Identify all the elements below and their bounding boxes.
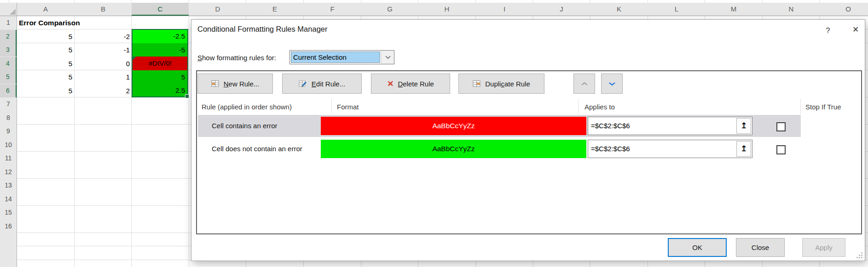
row-header-4[interactable]: 4: [0, 57, 17, 70]
col-header-a[interactable]: A: [17, 3, 74, 16]
col-header-f[interactable]: F: [304, 3, 361, 16]
row-header-14[interactable]: 14: [0, 193, 17, 206]
select-all-triangle-icon: [10, 9, 16, 15]
cell-c4[interactable]: #DIV/0!: [133, 57, 188, 70]
list-header-stop-if-true: Stop If True: [805, 100, 841, 114]
applies-to-field-1[interactable]: =$C$2:$C$6 ↥: [588, 117, 752, 135]
row-header-1[interactable]: 1: [0, 16, 17, 29]
cell-c2[interactable]: -2.5: [133, 29, 188, 43]
cell-c5[interactable]: 5: [133, 70, 188, 84]
apply-button[interactable]: Apply: [802, 238, 845, 257]
list-header-applies-to: Applies to: [584, 100, 615, 114]
format-preview-red: AaBbCcYyZz: [321, 117, 586, 135]
red-x-icon: ✕: [387, 80, 393, 88]
collapse-range-icon[interactable]: ↥: [736, 118, 751, 134]
dialog-title: Conditional Formatting Rules Manager: [197, 25, 327, 34]
table-pencil-icon: [299, 80, 307, 88]
col-header-e[interactable]: E: [246, 3, 303, 16]
chevron-up-icon: [580, 81, 589, 86]
delete-rule-label: Delete Rule: [398, 80, 434, 88]
col-header-c[interactable]: C: [132, 3, 189, 16]
cell-a2[interactable]: 5: [18, 30, 72, 43]
close-icon[interactable]: ✕: [848, 23, 863, 36]
cell-c4-value: #DIV/0!: [149, 59, 172, 67]
cell-a5[interactable]: 5: [18, 70, 72, 84]
list-header-format: Format: [337, 100, 359, 114]
cell-a1[interactable]: Error Comparison: [19, 16, 139, 29]
move-rule-down-button[interactable]: [601, 74, 623, 94]
cell-b5[interactable]: 1: [76, 70, 130, 84]
col-header-h[interactable]: H: [418, 3, 475, 16]
col-header-l[interactable]: L: [648, 3, 705, 16]
new-rule-label: New Rule...: [224, 80, 260, 88]
stop-if-true-checkbox-2[interactable]: [776, 145, 786, 154]
cell-a3[interactable]: 5: [18, 43, 72, 57]
list-header-rule: Rule (applied in order shown): [202, 100, 292, 114]
row-header-12[interactable]: 12: [0, 165, 17, 179]
column-divider: [578, 99, 579, 114]
col-header-m[interactable]: M: [705, 3, 762, 16]
dropdown-arrow-button[interactable]: [381, 51, 394, 64]
col-header-g[interactable]: G: [361, 3, 418, 16]
excel-window: A B C D E F G H I J K L M N O 1 2 3 4 5 …: [0, 0, 868, 267]
applies-to-value-2: =$C$2:$C$6: [591, 140, 630, 158]
row-header-11[interactable]: 11: [0, 152, 17, 165]
conditional-formatting-rules-manager-dialog: Conditional Formatting Rules Manager ? ✕…: [191, 19, 865, 261]
row-header-13[interactable]: 13: [0, 179, 17, 192]
chevron-down-icon: [385, 55, 391, 59]
row-header-9[interactable]: 9: [0, 125, 17, 138]
show-rules-dropdown[interactable]: Current Selection: [289, 50, 394, 64]
col-header-j[interactable]: J: [533, 3, 590, 16]
duplicate-rule-label: Duplicate Rule: [485, 80, 530, 88]
cell-a4[interactable]: 5: [18, 57, 72, 70]
delete-rule-button[interactable]: ✕ Delete Rule: [371, 74, 450, 94]
error-indicator-icon: [133, 57, 136, 60]
table-icon: [473, 80, 481, 87]
row-header-10[interactable]: 10: [0, 138, 17, 152]
cell-c3[interactable]: -5: [133, 43, 188, 57]
cell-a6[interactable]: 5: [18, 84, 72, 97]
cell-b6[interactable]: 2: [76, 84, 130, 97]
applies-to-field-2[interactable]: =$C$2:$C$6 ↥: [588, 140, 752, 158]
resize-grip-icon[interactable]: [856, 252, 862, 258]
column-divider: [331, 99, 332, 114]
chevron-down-icon: [608, 81, 616, 86]
new-rule-button[interactable]: New Rule...: [197, 74, 273, 94]
row-header-15[interactable]: 15: [0, 206, 17, 219]
rules-frame: New Rule... Edit Rule... ✕ Delete Rule D…: [196, 70, 862, 234]
format-preview-green: AaBbCcYyZz: [321, 140, 586, 158]
row-header-8[interactable]: 8: [0, 111, 17, 125]
row-header-6[interactable]: 6: [0, 84, 17, 97]
col-header-i[interactable]: I: [476, 3, 533, 16]
applies-to-value-1: =$C$2:$C$6: [591, 117, 630, 135]
row-header-2[interactable]: 2: [0, 30, 17, 43]
table-icon: [211, 80, 220, 87]
close-button[interactable]: Close: [736, 238, 785, 257]
col-header-o[interactable]: O: [820, 3, 868, 16]
col-header-d[interactable]: D: [189, 3, 246, 16]
select-all-corner[interactable]: [0, 3, 17, 16]
row-header-7[interactable]: 7: [0, 97, 17, 111]
help-icon[interactable]: ?: [821, 25, 835, 37]
row-header-16[interactable]: 16: [0, 220, 17, 233]
row-header-3[interactable]: 3: [0, 43, 17, 57]
cell-b4[interactable]: 0: [76, 57, 130, 70]
col-header-k[interactable]: K: [590, 3, 648, 16]
duplicate-rule-button[interactable]: Duplicate Rule: [458, 74, 544, 94]
show-rules-label: Show formatting rules for:: [197, 54, 276, 62]
rule-description: Cell does not contain an error: [212, 138, 302, 160]
ok-button[interactable]: OK: [668, 238, 727, 257]
rule-description: Cell contains an error: [212, 115, 278, 137]
show-rules-dropdown-value: Current Selection: [291, 51, 380, 63]
stop-if-true-checkbox-1[interactable]: [776, 122, 786, 131]
move-rule-up-button[interactable]: [573, 74, 595, 94]
cell-c6[interactable]: 2.5: [133, 84, 188, 97]
col-header-b[interactable]: B: [75, 3, 132, 16]
cell-b2[interactable]: -2: [76, 30, 130, 43]
col-header-n[interactable]: N: [763, 3, 820, 16]
collapse-range-icon[interactable]: ↥: [736, 141, 751, 157]
edit-rule-button[interactable]: Edit Rule...: [282, 74, 362, 94]
row-header-5[interactable]: 5: [0, 70, 17, 84]
edit-rule-label: Edit Rule...: [312, 80, 345, 88]
cell-b3[interactable]: -1: [76, 43, 130, 57]
